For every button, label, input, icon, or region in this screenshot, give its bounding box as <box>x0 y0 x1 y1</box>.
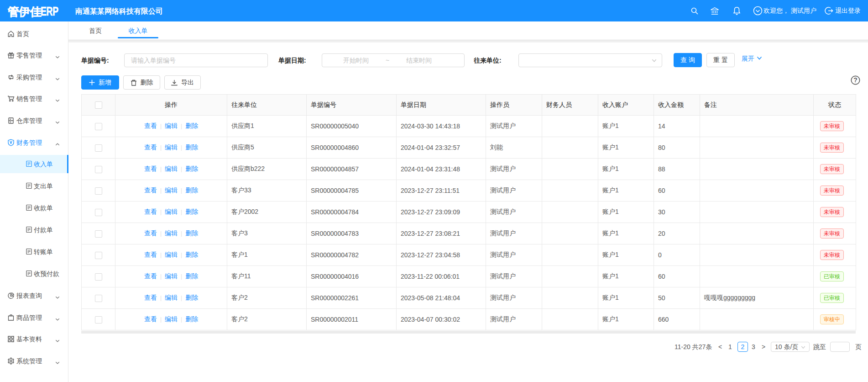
svg-text:?: ? <box>853 76 858 84</box>
